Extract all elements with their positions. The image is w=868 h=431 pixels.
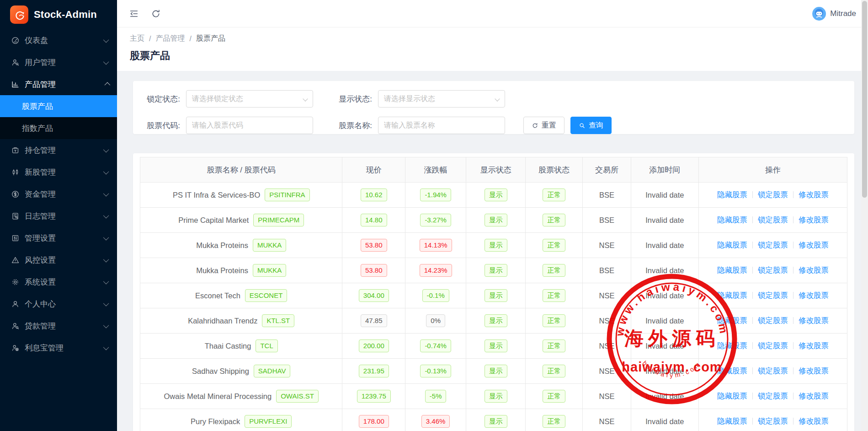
search-button[interactable]: 查询 xyxy=(570,117,612,134)
hide-stock-link[interactable]: 隐藏股票 xyxy=(717,266,747,274)
action-divider xyxy=(793,216,793,223)
stock-status-badge: 正常 xyxy=(543,289,565,302)
stock-name: Pury Flexipack xyxy=(191,417,240,426)
sidebar-item-label: 持仓管理 xyxy=(25,145,56,156)
user-menu[interactable]: Mitrade xyxy=(812,7,856,21)
filter-card: 锁定状态: 请选择锁定状态 显示状态: 请选择显示状态 股票代码: xyxy=(133,81,854,134)
price-badge: 231.95 xyxy=(359,365,389,377)
col-header-actions: 操作 xyxy=(699,157,847,183)
stock-status-badge: 正常 xyxy=(543,264,565,277)
sidebar-item-profile[interactable]: 个人中心 xyxy=(0,293,117,315)
edit-stock-link[interactable]: 修改股票 xyxy=(799,316,829,324)
avatar xyxy=(812,7,826,21)
sidebar-item-risk-settings[interactable]: 风控设置 xyxy=(0,249,117,271)
breadcrumb-current: 股票产品 xyxy=(196,34,225,43)
price-badge: 304.00 xyxy=(359,289,389,302)
lock-stock-link[interactable]: 锁定股票 xyxy=(758,392,788,400)
lock-stock-link[interactable]: 锁定股票 xyxy=(758,291,788,299)
stock-name-input[interactable] xyxy=(384,121,499,129)
sidebar-item-admin-settings[interactable]: 管理设置 xyxy=(0,227,117,249)
hide-stock-link[interactable]: 隐藏股票 xyxy=(717,341,747,350)
hide-stock-link[interactable]: 隐藏股票 xyxy=(717,216,747,224)
reset-button[interactable]: 重置 xyxy=(523,117,564,134)
added-time: Invalid date xyxy=(645,392,684,400)
sidebar-item-positions[interactable]: 持仓管理 xyxy=(0,139,117,161)
edit-stock-link[interactable]: 修改股票 xyxy=(799,341,829,350)
page-title: 股票产品 xyxy=(130,49,855,63)
hide-stock-link[interactable]: 隐藏股票 xyxy=(717,316,747,324)
lock-stock-link[interactable]: 锁定股票 xyxy=(758,417,788,425)
stock-code-badge: PRIMECAPM xyxy=(253,214,304,226)
table-row: PS IT Infra & Services-BO PSITINFRA 10.6… xyxy=(140,183,847,208)
lock-status-label: 锁定状态: xyxy=(144,94,186,104)
lock-stock-link[interactable]: 锁定股票 xyxy=(758,266,788,274)
lock-stock-link[interactable]: 锁定股票 xyxy=(758,216,788,224)
edit-stock-link[interactable]: 修改股票 xyxy=(799,417,829,425)
hide-stock-link[interactable]: 隐藏股票 xyxy=(717,417,747,425)
search-button-label: 查询 xyxy=(589,121,603,130)
hide-stock-link[interactable]: 隐藏股票 xyxy=(717,241,747,249)
col-header-price: 现价 xyxy=(342,157,405,183)
lock-status-select[interactable]: 请选择锁定状态 xyxy=(186,90,313,108)
lock-stock-link[interactable]: 锁定股票 xyxy=(758,241,788,249)
stock-status-badge: 正常 xyxy=(543,390,565,403)
sidebar-item-dashboard[interactable]: 仪表盘 xyxy=(0,29,117,51)
sidebar-menu: 仪表盘 用户管理 产品管理 股票产品 指数产品 xyxy=(0,29,117,359)
sidebar-item-logs[interactable]: 日志管理 xyxy=(0,205,117,227)
hide-stock-link[interactable]: 隐藏股票 xyxy=(717,291,747,299)
sidebar-item-label: 管理设置 xyxy=(25,233,56,243)
topbar: Mitrade xyxy=(117,0,868,27)
added-time: Invalid date xyxy=(645,266,684,275)
edit-stock-link[interactable]: 修改股票 xyxy=(799,291,829,299)
table-row: Pury Flexipack PURVFLEXI 178.00 3.46% 显示… xyxy=(140,409,847,431)
hide-stock-link[interactable]: 隐藏股票 xyxy=(717,366,747,375)
sidebar-item-products[interactable]: 产品管理 xyxy=(0,73,117,95)
sidebar-item-label: 用户管理 xyxy=(25,57,56,68)
action-divider xyxy=(793,317,793,324)
price-badge: 200.00 xyxy=(359,339,389,352)
sidebar-subitem-index-products[interactable]: 指数产品 xyxy=(0,117,117,139)
display-status-badge: 显示 xyxy=(485,390,507,403)
breadcrumb-products[interactable]: 产品管理 xyxy=(155,34,185,43)
sidebar-item-ipo[interactable]: 新股管理 xyxy=(0,161,117,183)
sidebar-item-funds[interactable]: 资金管理 xyxy=(0,183,117,205)
sidebar-item-label: 风控设置 xyxy=(25,255,56,265)
edit-stock-link[interactable]: 修改股票 xyxy=(799,190,829,199)
sidebar-item-interest[interactable]: 利息宝管理 xyxy=(0,337,117,359)
reset-icon xyxy=(532,122,538,129)
collapse-sidebar-icon[interactable] xyxy=(129,9,139,19)
price-badge: 53.80 xyxy=(361,264,387,277)
filter-row-2: 股票代码: 股票名称: 重置 xyxy=(144,117,843,134)
edit-stock-link[interactable]: 修改股票 xyxy=(799,241,829,249)
refresh-icon[interactable] xyxy=(151,9,161,19)
added-time: Invalid date xyxy=(645,342,684,350)
chevron-down-icon xyxy=(103,344,109,350)
chevron-down-icon xyxy=(103,190,109,196)
sidebar-item-loans[interactable]: 贷款管理 xyxy=(0,315,117,337)
scrollbar-thumb[interactable] xyxy=(862,1,867,198)
lock-stock-link[interactable]: 锁定股票 xyxy=(758,341,788,350)
hide-stock-link[interactable]: 隐藏股票 xyxy=(717,190,747,199)
sidebar-item-system-settings[interactable]: 系统设置 xyxy=(0,271,117,293)
table-row: Kalahridhaan Trendz KTL.ST 47.85 0% 显示 正… xyxy=(140,308,847,334)
breadcrumb-home[interactable]: 主页 xyxy=(130,34,144,43)
breadcrumb: 主页 / 产品管理 / 股票产品 xyxy=(130,34,855,43)
table-row: Thaai Casting TCL 200.00 -0.74% 显示 正常 NS… xyxy=(140,334,847,359)
edit-stock-link[interactable]: 修改股票 xyxy=(799,366,829,375)
filter-row-1: 锁定状态: 请选择锁定状态 显示状态: 请选择显示状态 xyxy=(144,90,843,108)
sidebar-subitem-stock-products[interactable]: 股票产品 xyxy=(0,95,117,117)
lock-stock-link[interactable]: 锁定股票 xyxy=(758,190,788,199)
added-time: Invalid date xyxy=(645,216,684,224)
hide-stock-link[interactable]: 隐藏股票 xyxy=(717,392,747,400)
lock-stock-link[interactable]: 锁定股票 xyxy=(758,316,788,324)
edit-stock-link[interactable]: 修改股票 xyxy=(799,266,829,274)
edit-stock-link[interactable]: 修改股票 xyxy=(799,392,829,400)
products-submenu: 股票产品 指数产品 xyxy=(0,95,117,139)
display-status-select[interactable]: 请选择显示状态 xyxy=(378,90,505,108)
lock-stock-link[interactable]: 锁定股票 xyxy=(758,366,788,375)
sidebar-item-users[interactable]: 用户管理 xyxy=(0,51,117,73)
edit-stock-link[interactable]: 修改股票 xyxy=(799,216,829,224)
stock-code-badge: PSITINFRA xyxy=(265,189,309,201)
stock-code-input[interactable] xyxy=(192,121,307,129)
col-header-change: 涨跌幅 xyxy=(405,157,466,183)
